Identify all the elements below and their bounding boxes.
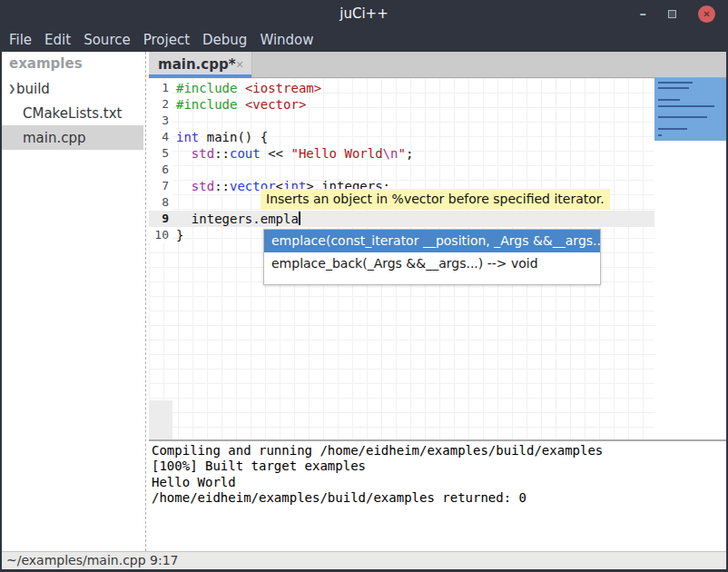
- tree-item-label: main.cpp: [23, 130, 86, 146]
- menu-window[interactable]: Window: [253, 32, 320, 48]
- file-tree-sidebar: examples ❯buildCMakeLists.txtmain.cpp: [2, 52, 143, 551]
- window-title: juCi++: [0, 0, 728, 27]
- window-controls: – ✕: [640, 0, 716, 27]
- token-plain: [237, 81, 244, 95]
- chevron-right-icon[interactable]: ❯: [2, 84, 16, 94]
- minimap-code-line: [658, 99, 680, 101]
- minimap-code-line: [658, 82, 693, 84]
- text-cursor: [299, 212, 300, 225]
- line-number: 3: [149, 113, 172, 129]
- menu-debug[interactable]: Debug: [196, 32, 253, 48]
- line-number: 4: [149, 129, 172, 145]
- token-plain: integers.empla: [176, 212, 299, 226]
- build-output-panel[interactable]: Compiling and running /home/eidheim/exam…: [149, 441, 726, 551]
- minimap-code-line: [658, 105, 714, 107]
- token-str: <iostream>: [245, 81, 321, 95]
- minimap-code-line: [658, 116, 707, 118]
- gutter-end-block: [149, 400, 172, 439]
- content-area: examples ❯buildCMakeLists.txtmain.cpp ma…: [2, 52, 726, 551]
- token-plain: ::: [214, 179, 230, 193]
- menubar: FileEditSourceProjectDebugWindow: [0, 27, 728, 52]
- line-number: 2: [149, 96, 172, 113]
- minimap-code-line: [658, 87, 689, 89]
- minimap[interactable]: [654, 78, 726, 439]
- statusbar: ~/examples/main.cpp 9:17: [2, 551, 726, 569]
- token-plain: ::: [214, 146, 230, 161]
- status-file-position: ~/examples/main.cpp 9:17: [6, 553, 179, 567]
- tree-item-label: build: [16, 81, 50, 97]
- output-line: [100%] Built target examples: [152, 459, 726, 474]
- line-number: 8: [149, 194, 172, 211]
- token-esc: \n: [383, 146, 398, 161]
- minimap-code-line: [658, 134, 662, 136]
- close-icon[interactable]: ✕: [698, 5, 715, 23]
- line-number: 1: [149, 80, 172, 96]
- code-line[interactable]: 1#include <iostream>: [149, 80, 726, 96]
- token-str: <vector>: [245, 97, 306, 112]
- tab-label: main.cpp*: [158, 56, 235, 73]
- code-text: #include <iostream>: [172, 80, 321, 96]
- token-plain: [176, 146, 192, 161]
- output-line: Compiling and running /home/eidheim/exam…: [152, 443, 726, 459]
- app-window: juCi++ – ✕ FileEditSourceProjectDebugWin…: [0, 0, 728, 572]
- code-line[interactable]: 2#include <vector>: [149, 96, 726, 113]
- code-rows: 1#include <iostream>2#include <vector>34…: [149, 80, 726, 243]
- main-pane: main.cpp* ✕ 1#include <iostream>2#includ…: [149, 52, 726, 551]
- completion-item[interactable]: emplace(const_iterator __position, _Args…: [264, 230, 600, 252]
- doc-tooltip: Inserts an object in %vector before spec…: [261, 189, 610, 210]
- code-text: [172, 194, 176, 211]
- sidebar-item-main.cpp[interactable]: main.cpp: [2, 125, 143, 150]
- titlebar: juCi++ – ✕: [0, 0, 728, 27]
- minimap-code-line: [658, 128, 687, 130]
- completion-item[interactable]: emplace_back(_Args &&__args...) --> void: [264, 252, 600, 275]
- token-str: "Hello World: [290, 146, 382, 161]
- autocomplete-popup: emplace(const_iterator __position, _Args…: [263, 229, 601, 285]
- output-line: /home/eidheim/examples/build/examples re…: [152, 490, 726, 506]
- code-text: }: [172, 227, 183, 243]
- code-line[interactable]: 3: [149, 113, 726, 129]
- token-plain: [237, 97, 244, 112]
- code-line[interactable]: 5 std::cout << "Hello World\n";: [149, 145, 726, 162]
- tabbar: main.cpp* ✕: [149, 52, 726, 78]
- line-number: 10: [149, 227, 172, 243]
- line-number: 9: [149, 211, 172, 227]
- token-kw: int: [176, 130, 199, 144]
- code-line[interactable]: 4int main() {: [149, 129, 726, 145]
- token-ns: std: [192, 146, 214, 161]
- menu-project[interactable]: Project: [137, 32, 196, 48]
- token-fn: cout: [230, 146, 261, 161]
- tree-item-label: CMakeLists.txt: [23, 105, 122, 122]
- menu-file[interactable]: File: [3, 32, 38, 48]
- minimap-visible-region[interactable]: [654, 78, 726, 141]
- code-line[interactable]: 9 integers.empla: [149, 211, 726, 227]
- line-number: 5: [149, 145, 172, 162]
- sidebar-item-cmakelists.txt[interactable]: CMakeLists.txt: [2, 101, 143, 125]
- code-text: integers.empla: [172, 211, 300, 227]
- code-line[interactable]: 6: [149, 162, 726, 178]
- token-plain: ;: [406, 146, 413, 161]
- token-plain: }: [176, 228, 183, 242]
- line-number: 7: [149, 178, 172, 194]
- file-tree: ❯buildCMakeLists.txtmain.cpp: [2, 76, 143, 150]
- line-number: 6: [149, 162, 172, 178]
- restore-icon[interactable]: [668, 10, 676, 18]
- minimize-icon[interactable]: –: [640, 9, 647, 18]
- project-name: examples: [2, 52, 143, 76]
- token-plain: <<: [261, 146, 291, 161]
- code-text: [172, 162, 176, 178]
- code-text: std::cout << "Hello World\n";: [172, 145, 413, 162]
- token-pp: #include: [176, 81, 237, 95]
- code-editor[interactable]: 1#include <iostream>2#include <vector>34…: [149, 78, 726, 439]
- tab-close-icon[interactable]: ✕: [235, 59, 243, 71]
- code-text: int main() {: [172, 129, 268, 145]
- token-str: ": [398, 146, 405, 161]
- token-pp: #include: [176, 97, 237, 112]
- sidebar-item-build[interactable]: ❯build: [2, 76, 143, 101]
- token-plain: [176, 179, 192, 193]
- output-line: Hello World: [152, 475, 726, 490]
- menu-source[interactable]: Source: [77, 32, 137, 48]
- tab-main-cpp[interactable]: main.cpp* ✕: [149, 52, 252, 77]
- token-plain: main() {: [199, 130, 268, 144]
- menu-edit[interactable]: Edit: [38, 32, 77, 48]
- code-text: [172, 113, 176, 129]
